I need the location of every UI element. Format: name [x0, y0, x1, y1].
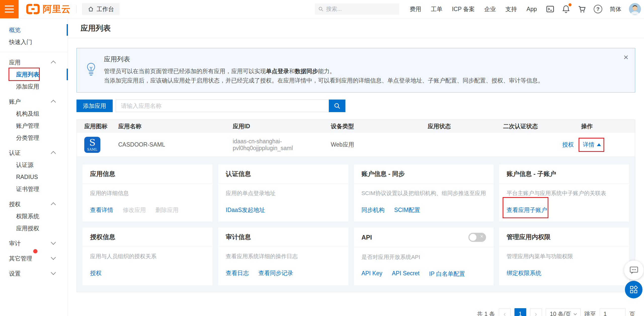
- language-switcher[interactable]: 简体: [610, 5, 621, 13]
- authorize-link[interactable]: 授权: [562, 141, 574, 149]
- page-unit-label: 页: [629, 310, 635, 316]
- sidebar-group-authorization[interactable]: 授权: [0, 198, 68, 210]
- nav-item-support[interactable]: 支持: [505, 5, 517, 13]
- page-header: 应用列表: [68, 18, 644, 38]
- notification-dot: [569, 3, 572, 6]
- card-link-api-secret[interactable]: API Secret: [392, 270, 420, 278]
- card-link-authorize[interactable]: 授权: [90, 269, 102, 277]
- card-link-view-details[interactable]: 查看详情: [90, 206, 113, 214]
- card-link-view-subaccounts[interactable]: 查看应用子账户: [507, 206, 547, 214]
- close-icon[interactable]: [623, 53, 628, 61]
- col-app-status: 应用状态: [428, 122, 503, 130]
- sidebar-item-overview[interactable]: 概览: [0, 24, 68, 36]
- toolbar: 添加应用: [76, 100, 635, 112]
- global-search-input[interactable]: [326, 6, 395, 12]
- hamburger-menu-button[interactable]: [0, 0, 19, 18]
- pagination: 共 1 条 1 10 条/页 跳至 页: [76, 308, 635, 316]
- cart-icon[interactable]: [578, 5, 586, 13]
- card-account-sync: 账户信息 - 同步 SCIM协议设置以及把组织机构、组同步推送至应用 同步机构 …: [354, 164, 494, 221]
- nav-item-app[interactable]: App: [527, 6, 537, 13]
- card-link-view-sync-records[interactable]: 查看同步记录: [258, 269, 293, 277]
- sidebar-group-other-mgmt[interactable]: 其它管理: [0, 252, 68, 264]
- chevron-up-icon: [51, 100, 56, 105]
- chevron-down-icon: [51, 255, 56, 260]
- active-indicator: [67, 24, 68, 36]
- sidebar-item-org-group[interactable]: 机构及组: [0, 108, 68, 120]
- workbench-button[interactable]: 工作台: [82, 3, 119, 15]
- col-app-icon: 应用图标: [84, 122, 118, 130]
- bell-icon: [562, 5, 570, 13]
- red-dot-badge: [33, 249, 37, 253]
- card-grant-info: 授权信息 应用与人员组织的授权关系 授权: [83, 228, 213, 285]
- sidebar-group-authentication[interactable]: 认证: [0, 147, 68, 159]
- card-link-bind-permission-system[interactable]: 绑定权限系统: [507, 269, 541, 277]
- avatar[interactable]: [629, 3, 641, 15]
- sidebar-item-add-app[interactable]: 添加应用: [0, 80, 68, 93]
- chevron-up-icon: [51, 151, 56, 156]
- card-link-scim-config[interactable]: SCIM配置: [394, 206, 420, 214]
- prev-page-button[interactable]: [499, 308, 511, 316]
- banner-title: 应用列表: [104, 55, 544, 64]
- page-size-select[interactable]: 10 条/页: [546, 308, 581, 316]
- menu-icon: [5, 6, 14, 7]
- card-link-ip-whitelist[interactable]: IP 白名单配置: [429, 270, 465, 278]
- add-app-button[interactable]: 添加应用: [76, 100, 113, 112]
- sidebar-item-app-list[interactable]: 应用列表: [0, 68, 68, 80]
- chevron-up-icon: [51, 202, 56, 207]
- next-page-button[interactable]: [530, 308, 542, 316]
- nav-item-billing[interactable]: 费用: [410, 5, 421, 13]
- col-app-id: 应用ID: [233, 122, 331, 130]
- page-1-button[interactable]: 1: [514, 308, 526, 316]
- feedback-chat-button[interactable]: [624, 260, 643, 280]
- col-mfa-status: 二次认证状态: [503, 122, 581, 130]
- sidebar-item-quick-start[interactable]: 快速入门: [0, 36, 68, 48]
- nav-item-tickets[interactable]: 工单: [431, 5, 442, 13]
- device-type: Web应用: [331, 141, 428, 149]
- card-app-info: 应用信息 应用的详细信息 查看详情 修改应用 删除应用: [83, 164, 213, 221]
- nav-item-enterprise[interactable]: 企业: [484, 5, 496, 13]
- banner-line-1: 管理员可以在当前页面管理已经添加的所有应用，应用可以实现单点登录和数据同步能力。: [104, 67, 544, 76]
- col-actions: 操作: [581, 122, 635, 130]
- sidebar-item-app-grant[interactable]: 应用授权: [0, 222, 68, 234]
- sidebar-item-perm-system[interactable]: 权限系统: [0, 210, 68, 222]
- nav-item-icp[interactable]: ICP 备案: [452, 5, 475, 13]
- sidebar-group-account[interactable]: 账户: [0, 96, 68, 108]
- sidebar-item-category-mgmt[interactable]: 分类管理: [0, 132, 68, 144]
- jump-page-input[interactable]: [600, 308, 626, 316]
- topbar: 阿里云 工作台 费用 工单 ICP 备案 企业 支持 App: [0, 0, 644, 18]
- top-nav: 费用 工单 ICP 备案 企业 支持 App: [410, 5, 537, 13]
- api-toggle[interactable]: [468, 233, 486, 242]
- search-submit-button[interactable]: [329, 100, 345, 112]
- card-link-view-logs[interactable]: 查看日志: [226, 269, 249, 277]
- app-detail-panel: 应用信息 应用的详细信息 查看详情 修改应用 删除应用 认证信息: [77, 157, 635, 292]
- table-header: 应用图标 应用名称 应用ID 设备类型 应用状态 二次认证状态 操作: [77, 120, 635, 133]
- card-subaccount: 账户信息 - 子账户 平台主账户与应用系统中子账户的关联表 查看应用子账户: [499, 164, 629, 221]
- global-search: [315, 3, 399, 15]
- divider: [76, 5, 76, 13]
- card-link-idaas-sso-url[interactable]: IDaaS发起地址: [226, 206, 265, 214]
- card-link-modify-app: 修改应用: [123, 206, 146, 214]
- sidebar-group-settings[interactable]: 设置: [0, 267, 68, 280]
- help-icon[interactable]: [594, 5, 602, 13]
- sidebar-item-cert-mgmt[interactable]: 证书管理: [0, 183, 68, 195]
- info-banner: 应用列表 管理员可以在当前页面管理已经添加的所有应用，应用可以实现单点登录和数据…: [76, 48, 635, 93]
- card-link-api-key[interactable]: API Key: [361, 270, 382, 278]
- card-link-sync-org[interactable]: 同步机构: [361, 206, 385, 214]
- apps-grid-button[interactable]: [625, 281, 642, 298]
- logo-text: 阿里云: [43, 3, 71, 15]
- sidebar-item-auth-source[interactable]: 认证源: [0, 159, 68, 171]
- lightbulb-icon: [86, 63, 96, 78]
- sidebar-item-account-mgmt[interactable]: 账户管理: [0, 120, 68, 132]
- sidebar-group-audit[interactable]: 审计: [0, 237, 68, 249]
- app-name: CASDOOR-SAML: [118, 141, 233, 148]
- alibaba-cloud-logo[interactable]: 阿里云: [26, 3, 71, 15]
- chevron-down-icon: [574, 312, 577, 315]
- sidebar-item-radius[interactable]: RADIUS: [0, 171, 68, 183]
- detail-link[interactable]: 详情: [583, 141, 594, 149]
- console-terminal-icon[interactable]: [546, 5, 554, 13]
- notifications-button[interactable]: [562, 5, 570, 13]
- sidebar-group-application[interactable]: 应用: [0, 56, 68, 68]
- app-id: idaas-cn-shanghai-pvl0hq0ojjpplugin_saml: [233, 138, 331, 152]
- row-actions: 授权 详情: [581, 133, 635, 157]
- app-search-input[interactable]: [116, 100, 329, 112]
